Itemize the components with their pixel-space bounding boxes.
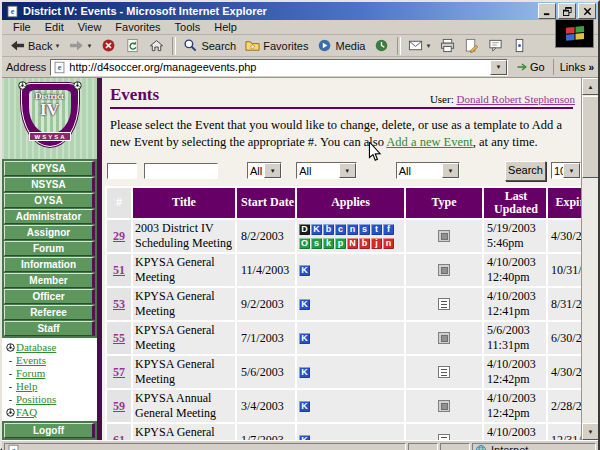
column-header-startdate: Start Date	[237, 188, 295, 218]
sidebar-item-forum[interactable]: Forum	[4, 241, 95, 256]
toolbar-media-button[interactable]: Media	[313, 35, 369, 56]
event-id-link[interactable]: 53	[113, 297, 125, 311]
event-id-link[interactable]: 59	[113, 399, 125, 413]
scroll-down-button[interactable]: ▼	[582, 423, 598, 440]
toolbar-history-button[interactable]	[370, 35, 393, 56]
chevron-down-icon: ▼	[86, 43, 92, 49]
event-id-link[interactable]: 61	[113, 433, 125, 440]
event-id-link[interactable]: 51	[113, 263, 125, 277]
menu-favorites[interactable]: Favorites	[108, 21, 167, 33]
filter-applies-select[interactable]: All ▼	[247, 162, 282, 179]
table-row: 51KPYSA General Meeting11/4/2003K4/10/20…	[107, 254, 581, 286]
address-url: http://d4soccer.org/manageevents.php	[69, 61, 490, 73]
toolbar-mail-button[interactable]: ▼	[404, 35, 435, 56]
applies-icon-t: t	[371, 224, 382, 235]
toolbar-favorites-button[interactable]: Favorites	[241, 35, 312, 56]
event-id-link[interactable]: 29	[113, 229, 125, 243]
vertical-scrollbar[interactable]: ▲ ▼	[581, 78, 598, 440]
per-page-select[interactable]: 10 ▼	[551, 162, 581, 179]
applies-icon-K: K	[299, 401, 310, 412]
logo-numeral-text: IV	[22, 101, 78, 119]
toolbar-refresh-button[interactable]	[121, 35, 144, 56]
event-expires: 10/31/2004	[548, 254, 581, 286]
sidebar-item-administrator[interactable]: Administrator	[4, 209, 95, 224]
menu-edit[interactable]: Edit	[38, 21, 71, 33]
menu-view[interactable]: View	[71, 21, 109, 33]
event-title: KPYSA General Meeting	[133, 288, 235, 320]
sidebar-item-officer[interactable]: Officer	[4, 289, 95, 304]
column-header-title: Title	[133, 188, 235, 218]
toolbar-stop-button[interactable]	[97, 35, 120, 56]
sidebar-item-staff[interactable]: Staff	[4, 321, 95, 336]
subnav-link-faq[interactable]: FAQ	[16, 406, 37, 418]
sidebar: District IV WSYSA KPYSANSYSAOYSAAdminist…	[2, 78, 102, 440]
event-id-link[interactable]: 57	[113, 365, 125, 379]
refresh-icon	[125, 38, 140, 53]
dash-bullet-icon: -	[5, 381, 16, 392]
filter-title-input[interactable]	[144, 163, 218, 179]
filter-status-select[interactable]: All ▼	[396, 162, 460, 179]
event-start-date: 8/2/2003	[237, 220, 295, 252]
scrollbar-thumb[interactable]	[582, 96, 598, 178]
table-row: 59KPYSA Annual General Meeting3/4/2003K4…	[107, 390, 581, 422]
applies-icon-s: s	[359, 224, 370, 235]
filter-type-select[interactable]: All ▼	[296, 162, 356, 179]
menu-file[interactable]: File	[6, 21, 38, 33]
scroll-up-button[interactable]: ▲	[582, 78, 598, 95]
subnav-link-positions[interactable]: Positions	[16, 393, 56, 405]
table-row: 55KPYSA General Meeting7/1/2003K5/6/2003…	[107, 322, 581, 354]
form-type-icon	[438, 400, 450, 412]
table-row: 292003 District IV Scheduling Meeting8/2…	[107, 220, 581, 252]
minimize-button[interactable]	[538, 3, 556, 19]
links-bar[interactable]: Links »	[553, 59, 594, 75]
go-button[interactable]: Go	[512, 59, 549, 75]
table-row: 57KPYSA General Meeting5/6/2003K4/10/200…	[107, 356, 581, 388]
user-name-link[interactable]: Donald Robert Stephenson	[456, 93, 575, 105]
sidebar-item-referee[interactable]: Referee	[4, 305, 95, 320]
sidebar-item-member[interactable]: Member	[4, 273, 95, 288]
address-dropdown-button[interactable]: ▼	[490, 60, 507, 75]
event-expires: 12/31/2003	[548, 424, 581, 440]
toolbar-discuss-button[interactable]	[484, 35, 507, 56]
menu-tools[interactable]: Tools	[168, 21, 208, 33]
form-type-icon	[438, 332, 450, 344]
toolbar-print-button[interactable]	[436, 35, 459, 56]
sidebar-item-kpysa[interactable]: KPYSA	[4, 161, 95, 176]
sidebar-item-logoff[interactable]: Logoff	[4, 423, 95, 438]
subnav-link-events[interactable]: Events	[16, 354, 46, 366]
toolbar-messenger-button[interactable]	[508, 35, 531, 56]
subnav-link-database[interactable]: Database	[16, 341, 56, 353]
event-title: KPYSA General Meeting	[133, 356, 235, 388]
subnav-link-help[interactable]: Help	[16, 380, 37, 392]
sidebar-item-nsysa[interactable]: NSYSA	[4, 177, 95, 192]
sidebar-item-assignor[interactable]: Assignor	[4, 225, 95, 240]
restore-button[interactable]	[558, 3, 576, 19]
close-button[interactable]	[578, 3, 596, 19]
sidebar-item-information[interactable]: Information	[4, 257, 95, 272]
updated-time: 11:31pm	[487, 338, 529, 352]
back-icon	[10, 38, 25, 53]
filter-id-input[interactable]	[107, 163, 137, 179]
toolbar-back-label: Back	[28, 40, 52, 52]
toolbar-home-button[interactable]	[145, 35, 168, 56]
event-expires: 2/28/2004	[548, 390, 581, 422]
menu-help[interactable]: Help	[207, 21, 244, 33]
sidebar-item-oysa[interactable]: OYSA	[4, 193, 95, 208]
address-input[interactable]: e http://d4soccer.org/manageevents.php ▼	[50, 59, 508, 76]
add-new-event-link[interactable]: Add a new Event	[386, 135, 472, 149]
mail-icon	[408, 38, 423, 53]
toolbar-forward-button[interactable]: ▼	[65, 35, 96, 56]
search-button[interactable]: Search	[505, 161, 546, 181]
toolbar: Back▼▼SearchFavoritesMedia▼	[2, 35, 598, 57]
soccer-ball-icon	[73, 81, 82, 90]
event-id-link[interactable]: 55	[113, 331, 125, 345]
chevron-down-icon: ▼	[563, 163, 580, 178]
event-last-updated: 5/6/200311:31pm	[484, 322, 546, 354]
applies-icon-N: N	[347, 238, 358, 249]
address-bar: Address e http://d4soccer.org/manageeven…	[2, 57, 598, 78]
toolbar-search-button[interactable]: Search	[179, 35, 240, 56]
toolbar-edit-button[interactable]	[460, 35, 483, 56]
toolbar-back-button[interactable]: Back▼	[6, 35, 64, 56]
updated-date: 5/6/2003	[487, 323, 530, 337]
subnav-link-forum[interactable]: Forum	[16, 367, 45, 379]
